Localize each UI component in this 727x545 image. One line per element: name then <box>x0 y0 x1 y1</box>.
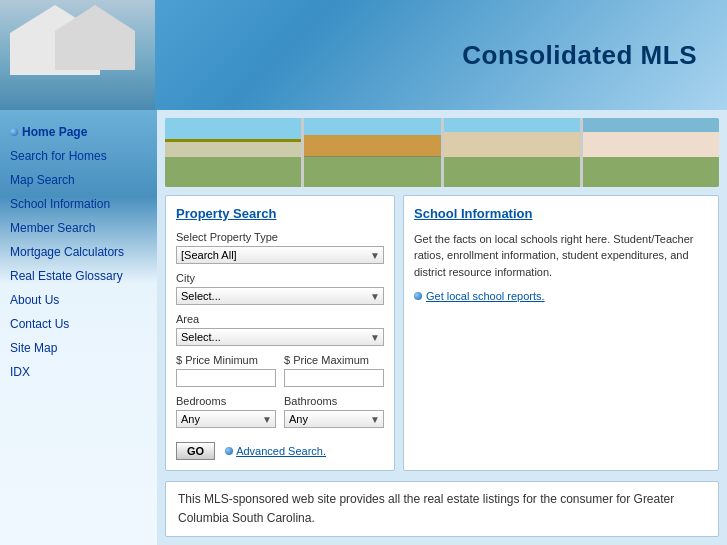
area-select-wrapper: Select... ▼ <box>176 328 384 346</box>
area-label: Area <box>176 313 384 325</box>
main-content: Property Search Select Property Type [Se… <box>157 110 727 545</box>
school-info-description: Get the facts on local schools right her… <box>414 231 708 281</box>
price-min-input[interactable] <box>176 369 276 387</box>
header: Consolidated MLS <box>0 0 727 110</box>
sidebar-item-search-homes[interactable]: Search for Homes <box>0 144 157 168</box>
city-select-wrapper: Select... ▼ <box>176 287 384 305</box>
property-search-title: Property Search <box>176 206 384 221</box>
property-type-label: Select Property Type <box>176 231 384 243</box>
bedrooms-select-wrapper: Any ▼ <box>176 410 276 428</box>
sidebar-link-contact[interactable]: Contact Us <box>10 317 69 331</box>
sidebar-link-member-search[interactable]: Member Search <box>10 221 95 235</box>
sidebar-link-school-info[interactable]: School Information <box>10 197 110 211</box>
sidebar-item-contact[interactable]: Contact Us <box>0 312 157 336</box>
sidebar-link-sitemap[interactable]: Site Map <box>10 341 57 355</box>
school-link[interactable]: Get local school reports. <box>414 290 708 302</box>
sidebar-nav: Home Page Search for Homes Map Search Sc… <box>0 120 157 384</box>
property-type-select-wrapper: [Search All] ▼ <box>176 246 384 264</box>
site-title: Consolidated MLS <box>462 40 697 71</box>
sidebar-link-about[interactable]: About Us <box>10 293 59 307</box>
price-min-group: $ Price Minimum <box>176 354 276 387</box>
sidebar-item-map-search[interactable]: Map Search <box>0 168 157 192</box>
bathrooms-select-wrapper: Any ▼ <box>284 410 384 428</box>
bathrooms-group: Bathrooms Any ▼ <box>284 395 384 428</box>
price-group: $ Price Minimum $ Price Maximum <box>176 354 384 387</box>
sidebar-link-mortgage-calc[interactable]: Mortgage Calculators <box>10 245 124 259</box>
house-photo-2 <box>304 118 440 187</box>
price-max-input[interactable] <box>284 369 384 387</box>
sidebar-item-idx[interactable]: IDX <box>0 360 157 384</box>
bathrooms-label: Bathrooms <box>284 395 384 407</box>
photo-strip <box>165 118 719 187</box>
sidebar-item-school-info[interactable]: School Information <box>0 192 157 216</box>
middle-panels: Property Search Select Property Type [Se… <box>165 195 719 471</box>
sidebar-item-sitemap[interactable]: Site Map <box>0 336 157 360</box>
sidebar-item-homepage[interactable]: Home Page <box>0 120 157 144</box>
nav-bullet-icon <box>10 128 18 136</box>
house-photo-1 <box>165 118 301 187</box>
sidebar-link-homepage[interactable]: Home Page <box>22 125 87 139</box>
school-info-panel: School Information Get the facts on loca… <box>403 195 719 471</box>
city-select[interactable]: Select... <box>176 287 384 305</box>
house-photo-4 <box>583 118 719 187</box>
bathrooms-select[interactable]: Any <box>284 410 384 428</box>
go-row: GO Advanced Search. <box>176 436 384 460</box>
sidebar-link-map-search[interactable]: Map Search <box>10 173 75 187</box>
price-max-label: $ Price Maximum <box>284 354 384 366</box>
house-photo-3 <box>444 118 580 187</box>
go-button[interactable]: GO <box>176 442 215 460</box>
property-type-select[interactable]: [Search All] <box>176 246 384 264</box>
bedrooms-group: Bedrooms Any ▼ <box>176 395 276 428</box>
sidebar-item-about[interactable]: About Us <box>0 288 157 312</box>
bed-bath-group: Bedrooms Any ▼ Bathrooms Any <box>176 395 384 428</box>
header-house-image <box>0 0 155 110</box>
bedrooms-label: Bedrooms <box>176 395 276 407</box>
footer-bar: This MLS-sponsored web site provides all… <box>165 481 719 537</box>
sidebar-link-idx[interactable]: IDX <box>10 365 30 379</box>
adv-bullet-icon <box>225 447 233 455</box>
advanced-search-link[interactable]: Advanced Search. <box>225 445 326 457</box>
sidebar: Home Page Search for Homes Map Search Sc… <box>0 110 157 545</box>
property-search-panel: Property Search Select Property Type [Se… <box>165 195 395 471</box>
advanced-search-label[interactable]: Advanced Search. <box>236 445 326 457</box>
area-select[interactable]: Select... <box>176 328 384 346</box>
property-type-group: Select Property Type [Search All] ▼ <box>176 231 384 264</box>
sidebar-item-glossary[interactable]: Real Estate Glossary <box>0 264 157 288</box>
sidebar-item-member-search[interactable]: Member Search <box>0 216 157 240</box>
bedrooms-select[interactable]: Any <box>176 410 276 428</box>
city-label: City <box>176 272 384 284</box>
footer-text: This MLS-sponsored web site provides all… <box>178 492 674 525</box>
sidebar-item-mortgage-calc[interactable]: Mortgage Calculators <box>0 240 157 264</box>
sidebar-link-glossary[interactable]: Real Estate Glossary <box>10 269 123 283</box>
sidebar-link-search-homes[interactable]: Search for Homes <box>10 149 107 163</box>
main-layout: Home Page Search for Homes Map Search Sc… <box>0 110 727 545</box>
price-min-label: $ Price Minimum <box>176 354 276 366</box>
price-max-group: $ Price Maximum <box>284 354 384 387</box>
school-link-bullet-icon <box>414 292 422 300</box>
school-link-label[interactable]: Get local school reports. <box>426 290 545 302</box>
school-info-title: School Information <box>414 206 708 221</box>
area-group: Area Select... ▼ <box>176 313 384 346</box>
city-group: City Select... ▼ <box>176 272 384 305</box>
